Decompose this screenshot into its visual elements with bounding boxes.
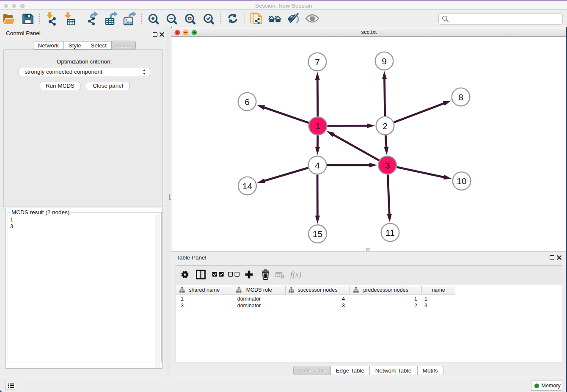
svg-text:10: 10 bbox=[457, 176, 466, 186]
svg-text:14: 14 bbox=[242, 181, 253, 191]
svg-text:15: 15 bbox=[313, 229, 322, 239]
svg-text:9: 9 bbox=[382, 56, 387, 66]
svg-text:3: 3 bbox=[385, 160, 390, 170]
svg-text:7: 7 bbox=[315, 57, 320, 67]
svg-text:2: 2 bbox=[383, 121, 388, 131]
svg-text:1: 1 bbox=[315, 121, 320, 131]
svg-text:6: 6 bbox=[245, 97, 250, 107]
svg-text:4: 4 bbox=[315, 160, 320, 170]
svg-text:f(x): f(x) bbox=[290, 270, 301, 279]
svg-text:11: 11 bbox=[385, 228, 395, 237]
svg-text:8: 8 bbox=[458, 92, 463, 102]
